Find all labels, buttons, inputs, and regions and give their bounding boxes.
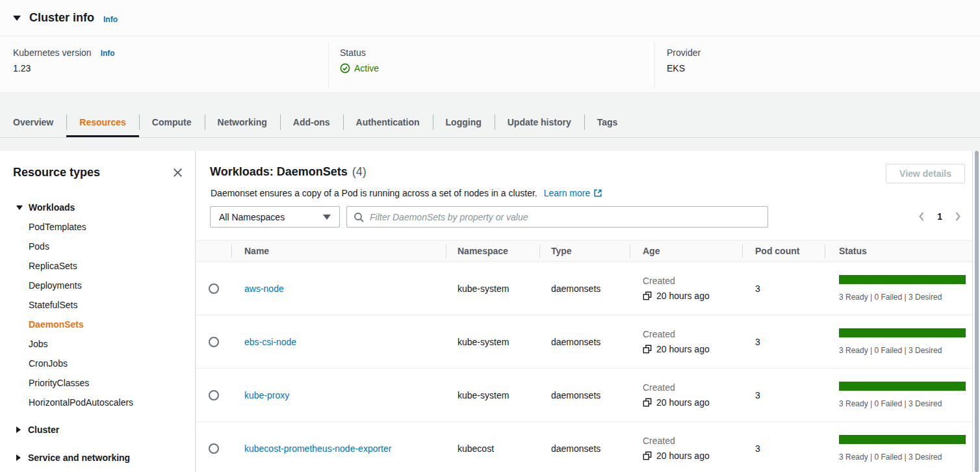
sidebar-item-podtemplates[interactable]: PodTemplates <box>0 217 195 237</box>
row-radio-button[interactable] <box>209 390 219 400</box>
tab-resources[interactable]: Resources <box>66 108 139 137</box>
tab-compute[interactable]: Compute <box>139 108 205 137</box>
tree-group-workloads[interactable]: Workloads <box>0 198 195 217</box>
tab-add-ons[interactable]: Add-ons <box>280 108 343 137</box>
cluster-info-header: Cluster info Info <box>0 0 980 36</box>
table-row: kube-proxy kube-system daemonsets Create… <box>196 369 972 422</box>
age-cell: Created 20 hours ago <box>630 382 742 408</box>
view-details-button[interactable]: View details <box>886 164 965 183</box>
status-text: 3 Ready | 0 Failed | 3 Desired <box>839 452 966 462</box>
tab-update-history[interactable]: Update history <box>495 108 584 137</box>
kubernetes-version-info-link[interactable]: Info <box>101 49 115 58</box>
field-kubernetes-version: Kubernetes version Info 1.23 <box>0 36 328 93</box>
copy-icon[interactable] <box>643 451 652 460</box>
table-header-row: Name Namespace Type Age Pod count Status <box>196 240 972 262</box>
daemonset-name-link[interactable]: kubecost-prometheus-node-exporter <box>244 443 391 454</box>
previous-page-icon[interactable] <box>916 210 926 223</box>
type-cell: daemonsets <box>539 283 630 294</box>
tab-strip-divider <box>0 137 980 138</box>
tab-authentication[interactable]: Authentication <box>343 108 433 137</box>
sidebar-item-horizontalpodautoscalers[interactable]: HorizontalPodAutoscalers <box>0 393 195 412</box>
copy-icon[interactable] <box>643 291 652 300</box>
row-radio-button[interactable] <box>209 283 219 294</box>
caret-right-icon <box>16 426 21 433</box>
cluster-info-info-link[interactable]: Info <box>103 15 118 24</box>
sidebar-item-pods[interactable]: Pods <box>0 237 195 256</box>
sidebar-item-daemonsets[interactable]: DaemonSets <box>0 315 195 334</box>
pod-count-cell: 3 <box>742 283 825 294</box>
provider-value: EKS <box>667 63 685 73</box>
tab-tags[interactable]: Tags <box>584 108 631 137</box>
tab-overview[interactable]: Overview <box>0 108 66 137</box>
tree-group-workloads-label: Workloads <box>29 202 75 213</box>
scrollbar-thumb[interactable] <box>975 151 979 472</box>
caret-right-icon <box>16 454 21 461</box>
pod-count-cell: 3 <box>742 443 825 454</box>
daemonset-name-link[interactable]: kube-proxy <box>244 390 289 400</box>
table-row: aws-node kube-system daemonsets Created … <box>196 262 972 315</box>
daemonsets-table: Name Namespace Type Age Pod count Status… <box>196 240 972 472</box>
age-cell: Created 20 hours ago <box>630 276 742 301</box>
sidebar-item-priorityclasses[interactable]: PriorityClasses <box>0 373 195 393</box>
scrollbar[interactable] <box>972 151 980 472</box>
column-header-age[interactable]: Age <box>630 241 742 261</box>
status-cell: 3 Ready | 0 Failed | 3 Desired <box>825 382 972 408</box>
eks-cluster-page: Cluster info Info Kubernetes version Inf… <box>0 0 980 472</box>
filter-input[interactable] <box>370 212 761 222</box>
provider-label: Provider <box>667 47 701 58</box>
column-header-pod-count[interactable]: Pod count <box>742 241 825 261</box>
namespace-select[interactable]: All Namespaces <box>210 206 340 228</box>
column-header-name[interactable]: Name <box>231 241 446 261</box>
column-header-status[interactable]: Status <box>825 241 972 261</box>
status-text: 3 Ready | 0 Failed | 3 Desired <box>839 293 966 302</box>
row-radio-button[interactable] <box>209 337 219 347</box>
pod-count-cell: 3 <box>742 337 825 347</box>
status-cell: 3 Ready | 0 Failed | 3 Desired <box>825 435 972 462</box>
sidebar-item-replicasets[interactable]: ReplicaSets <box>0 256 195 276</box>
close-icon[interactable] <box>169 164 186 181</box>
tree-group-cluster[interactable]: Cluster <box>0 420 195 439</box>
collapse-caret-icon[interactable] <box>13 16 21 21</box>
copy-icon[interactable] <box>643 398 652 407</box>
row-radio-button[interactable] <box>209 443 219 454</box>
next-page-icon[interactable] <box>953 210 963 223</box>
table-row: ebs-csi-node kube-system daemonsets Crea… <box>196 315 972 369</box>
column-header-type[interactable]: Type <box>539 241 630 261</box>
external-link-icon <box>593 189 602 198</box>
resource-types-sidebar: Resource types Workloads PodTemplates Po… <box>0 151 196 472</box>
page-number[interactable]: 1 <box>937 211 942 222</box>
status-bar <box>839 275 966 284</box>
namespace-cell: kube-system <box>446 283 539 294</box>
tab-networking[interactable]: Networking <box>205 108 280 137</box>
sidebar-item-deployments[interactable]: Deployments <box>0 276 195 295</box>
kubernetes-version-value: 1.23 <box>13 63 31 73</box>
copy-icon[interactable] <box>643 345 652 354</box>
item-count: (4) <box>352 165 367 179</box>
status-bar <box>839 435 966 444</box>
daemonset-name-link[interactable]: ebs-csi-node <box>244 337 296 347</box>
learn-more-link[interactable]: Learn more <box>544 188 603 198</box>
status-bar <box>839 382 966 391</box>
cluster-info-card: Cluster info Info Kubernetes version Inf… <box>0 0 980 93</box>
cluster-info-title: Cluster info <box>29 11 94 25</box>
type-cell: daemonsets <box>539 390 630 400</box>
kubernetes-version-label: Kubernetes version <box>13 47 92 58</box>
tab-logging[interactable]: Logging <box>433 108 495 137</box>
sidebar-item-cronjobs[interactable]: CronJobs <box>0 354 195 373</box>
chevron-down-icon <box>323 215 331 220</box>
type-cell: daemonsets <box>539 337 630 347</box>
field-provider: Provider EKS <box>654 42 980 88</box>
search-icon <box>354 212 364 222</box>
status-text: 3 Ready | 0 Failed | 3 Desired <box>839 399 966 408</box>
namespace-cell: kube-system <box>446 337 539 347</box>
cluster-info-fields: Kubernetes version Info 1.23 Status Acti… <box>0 36 980 93</box>
daemonset-name-link[interactable]: aws-node <box>244 283 284 294</box>
status-bar <box>839 328 966 337</box>
pagination: 1 <box>916 210 963 223</box>
column-header-namespace[interactable]: Namespace <box>446 241 539 261</box>
sidebar-item-statefulsets[interactable]: StatefulSets <box>0 295 195 315</box>
sidebar-title: Resource types <box>13 166 100 179</box>
tree-group-service-networking[interactable]: Service and networking <box>0 448 195 467</box>
sidebar-item-jobs[interactable]: Jobs <box>0 334 195 354</box>
status-text: 3 Ready | 0 Failed | 3 Desired <box>839 346 966 355</box>
